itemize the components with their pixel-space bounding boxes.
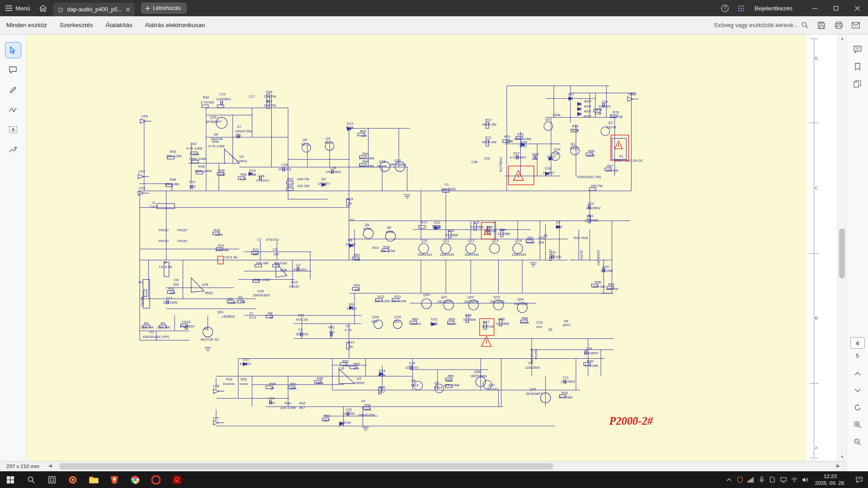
help-button[interactable]: ? xyxy=(717,0,733,16)
scroll-up-arrow[interactable]: ▲ xyxy=(838,34,847,42)
schematic-label: 124J100 xyxy=(274,261,287,265)
schematic-label: C13 xyxy=(189,180,195,184)
file-explorer-button[interactable] xyxy=(83,471,104,488)
close-button[interactable] xyxy=(847,0,868,16)
schematic-label: P0KE27A xyxy=(499,157,503,173)
schematic-label: XXX xyxy=(364,408,371,412)
schematic-canvas: DCBA R322.7K/3WC12104/250VC17R3622K/7WR3… xyxy=(26,34,837,461)
menu-item-all-tools[interactable]: Minden eszköz xyxy=(0,16,53,34)
tray-network-button[interactable] xyxy=(789,471,800,488)
pages-panel-button[interactable] xyxy=(850,76,865,91)
task-view-button[interactable] xyxy=(42,471,62,488)
menu-item-convert[interactable]: Átalakítás xyxy=(99,16,139,34)
chrome-app-button[interactable] xyxy=(125,471,146,488)
action-center-button[interactable] xyxy=(850,471,868,488)
schematic-label: 0.22/5W xyxy=(496,322,509,326)
schematic-label: R27 xyxy=(483,320,489,324)
bookmarks-panel-button[interactable] xyxy=(850,59,865,74)
home-icon xyxy=(39,5,47,12)
tab-close-icon[interactable] xyxy=(126,7,130,12)
sign-tool-button[interactable] xyxy=(5,142,21,157)
tray-monitor-button[interactable] xyxy=(778,471,789,488)
schematic-label: C10 xyxy=(588,202,594,206)
schematic-label: 2SC5200 xyxy=(490,300,505,304)
pencil-tool-button[interactable] xyxy=(5,82,21,98)
scroll-left-arrow[interactable]: ◀ xyxy=(48,463,52,468)
schematic-label: 2SC5200 xyxy=(514,302,528,306)
zoom-in-button[interactable] xyxy=(850,417,865,432)
taskbar-search-button[interactable] xyxy=(21,471,42,488)
email-button[interactable] xyxy=(848,19,863,32)
home-button[interactable] xyxy=(36,0,50,16)
menu-button[interactable]: Menü xyxy=(0,0,36,16)
shield-icon xyxy=(737,477,743,483)
menu-item-esign[interactable]: Aláírás elektronikusan xyxy=(139,16,212,34)
schematic-label: 68K xyxy=(253,252,259,256)
menu-item-edit[interactable]: Szerkesztés xyxy=(53,16,99,34)
scroll-right-arrow[interactable]: ▶ xyxy=(836,463,840,468)
comment-tool-button[interactable] xyxy=(5,62,21,78)
schematic-label: R47 xyxy=(191,142,197,146)
horizontal-scroll-thumb[interactable] xyxy=(59,463,553,469)
schematic-label: R4 xyxy=(161,321,165,325)
tray-volume-button[interactable] xyxy=(800,471,811,488)
schematic-label: C16 xyxy=(258,174,264,178)
schematic-label: 150UF/50V xyxy=(253,293,270,297)
tray-shield-icon-button[interactable] xyxy=(735,471,745,488)
minimize-button[interactable] xyxy=(804,0,826,16)
tray-mic-button[interactable] xyxy=(756,471,767,488)
schematic-label: R19 xyxy=(218,244,224,248)
create-button[interactable]: Létrehozás xyxy=(141,3,187,14)
schematic-label: 10K/7W xyxy=(610,115,623,119)
scroll-down-arrow[interactable]: ▼ xyxy=(838,453,847,461)
right-panel: 4 5 xyxy=(846,34,868,471)
vertical-scroll-thumb[interactable] xyxy=(839,229,845,278)
acrobat-app-button[interactable] xyxy=(166,471,187,488)
tray-document-button[interactable] xyxy=(767,471,778,488)
schematic-label: 9012 xyxy=(325,141,332,145)
rotate-page-button[interactable] xyxy=(850,400,865,415)
search-placeholder: Szöveg vagy eszközök keresé... xyxy=(714,22,798,28)
zoom-out-button[interactable] xyxy=(850,434,865,450)
opera-app-button[interactable] xyxy=(146,471,166,488)
draw-tool-button[interactable] xyxy=(5,102,21,117)
schematic-label: FR157 xyxy=(177,228,188,232)
schematic-label: 22K-1/2W xyxy=(166,154,182,158)
schematic-label: Q4 xyxy=(326,136,330,141)
taskbar-clock[interactable]: 12:23 2025. 09. 28. xyxy=(811,473,850,486)
select-tool-button[interactable] xyxy=(5,42,21,58)
save-button[interactable] xyxy=(814,19,829,32)
apps-grid-icon xyxy=(738,5,745,12)
schematic-label: 430R-3W xyxy=(482,122,497,127)
schematic-label: CD9 xyxy=(257,289,264,293)
tray-signal-button[interactable] xyxy=(745,471,756,488)
schematic-label: 22R/1W xyxy=(482,324,495,328)
schematic-label: 2SA1943 xyxy=(512,253,526,257)
brave-app-button[interactable] xyxy=(104,471,125,488)
horizontal-scrollbar[interactable]: ◀ ▶ xyxy=(46,461,843,471)
hidden-icons-button[interactable] xyxy=(724,471,735,488)
schematic-label: 1.5K xyxy=(595,112,602,116)
onenote-app-button[interactable] xyxy=(62,471,83,488)
apps-grid-button[interactable] xyxy=(733,0,749,16)
previous-page-button[interactable] xyxy=(850,366,865,381)
search-field[interactable]: Szöveg vagy eszközök keresé... xyxy=(710,20,812,30)
schematic-label: FR157 xyxy=(159,228,169,232)
schematic-label: Q13 xyxy=(492,239,498,243)
next-page-button[interactable] xyxy=(850,383,865,398)
document-viewport[interactable]: DCBA R322.7K/3WC12104/250VC17R3622K/7WR3… xyxy=(26,34,837,461)
comments-panel-button[interactable] xyxy=(850,42,865,57)
start-button[interactable] xyxy=(0,471,21,488)
maximize-button[interactable] xyxy=(826,0,847,16)
print-button[interactable] xyxy=(831,19,846,32)
schematic-label: Q17 xyxy=(394,159,401,163)
monitor-icon xyxy=(780,477,787,483)
page-number-input[interactable]: 4 xyxy=(850,337,865,349)
schematic-label: CD10 xyxy=(182,320,190,324)
chevron-up-icon xyxy=(854,371,861,375)
schematic-label: D13 xyxy=(347,122,353,126)
document-tab[interactable]: dap-audio_p400_p5... xyxy=(53,3,135,16)
signin-button[interactable]: Bejelentkezés xyxy=(749,0,804,16)
text-tool-button[interactable]: A xyxy=(5,122,21,137)
vertical-scrollbar[interactable]: ▲ ▼ xyxy=(837,34,846,461)
